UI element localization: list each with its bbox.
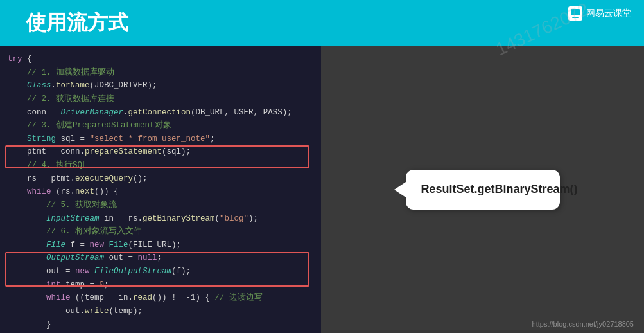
brand-logo: 网易云课堂 — [568, 6, 631, 21]
code-line-20: out.write(temp); — [8, 305, 313, 318]
code-line-6: // 3. 创建PreparedStatement对象 — [8, 119, 313, 132]
code-line-2: // 1. 加载数据库驱动 — [8, 66, 313, 80]
bottom-url: https://blog.csdn.net/jy02718805 — [532, 320, 634, 328]
code-line-7: String sql = "select * from user_note"; — [8, 132, 313, 146]
code-line-18: int temp = 0; — [8, 278, 313, 292]
code-line-1: try { — [8, 53, 313, 66]
code-line-5: conn = DriverManager.getConnection(DB_UR… — [8, 106, 313, 120]
svg-rect-0 — [571, 9, 580, 15]
code-line-9: // 4. 执行SQL — [8, 159, 313, 172]
code-line-15: File f = new File(FILE_URL); — [8, 239, 313, 252]
main-content: try { // 1. 加载数据库驱动 Class.forName(JDBC_D… — [0, 46, 644, 333]
header: 使用流方式 网易云课堂 — [0, 0, 644, 46]
callout-bubble: ResultSet.getBinaryStream() — [406, 170, 560, 209]
code-line-4: // 2. 获取数据库连接 — [8, 93, 313, 106]
brand-name: 网易云课堂 — [586, 8, 631, 19]
code-line-3: Class.forName(JDBC_DRIVER); — [8, 79, 313, 93]
code-panel: try { // 1. 加载数据库驱动 Class.forName(JDBC_D… — [0, 46, 321, 333]
svg-rect-1 — [572, 17, 579, 18]
code-line-8: ptmt = conn.prepareStatement(sql); — [8, 145, 313, 159]
code-line-17: out = new FileOutputStream(f); — [8, 265, 313, 278]
code-line-12: // 5. 获取对象流 — [8, 199, 313, 212]
callout-text: ResultSet.getBinaryStream() — [421, 183, 578, 195]
code-line-16: OutputStream out = null; — [8, 251, 313, 265]
code-line-19: while ((temp = in.read()) != -1) { // 边读… — [8, 291, 313, 305]
code-line-21: } — [8, 318, 313, 332]
code-line-14: // 6. 将对象流写入文件 — [8, 225, 313, 239]
code-line-13: InputStream in = rs.getBinaryStream("blo… — [8, 212, 313, 226]
page-title: 使用流方式 — [26, 9, 128, 37]
code-line-11: while (rs.next()) { — [8, 185, 313, 199]
brand-icon — [568, 6, 582, 21]
right-panel: ResultSet.getBinaryStream() https://blog… — [321, 46, 644, 333]
code-line-10: rs = ptmt.executeQuery(); — [8, 172, 313, 186]
